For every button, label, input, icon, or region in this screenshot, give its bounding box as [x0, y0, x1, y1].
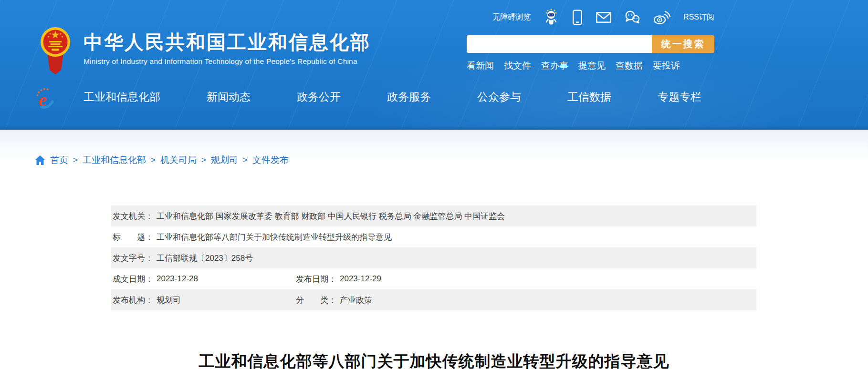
meta-row-publisher-category: 发布机构： 规划司 分 类： 产业政策	[111, 289, 756, 310]
site-header: 无障碍浏览	[0, 0, 868, 130]
quick-link-news[interactable]: 看新闻	[467, 60, 494, 72]
mobile-icon[interactable]	[572, 10, 583, 25]
breadcrumb-miit[interactable]: 工业和信息化部	[83, 154, 146, 166]
meta-value: 2023-12-28	[157, 274, 198, 284]
breadcrumb-home[interactable]: 首页	[50, 154, 68, 166]
search-row: 统一搜索	[467, 35, 714, 53]
nav-item-gov-disclosure[interactable]: 政务公开	[297, 90, 341, 104]
site-subtitle: Ministry of Industry and Information Tec…	[84, 57, 371, 66]
meta-row-issuing-agency: 发文机关： 工业和信息化部 国家发展改革委 教育部 财政部 中国人民银行 税务总…	[111, 205, 756, 226]
meta-cell: 发布日期： 2023-12-29	[296, 274, 381, 285]
breadcrumb-separator: >	[243, 155, 248, 165]
robot-mascot-icon[interactable]	[544, 9, 559, 26]
breadcrumb-departments[interactable]: 机关司局	[160, 154, 197, 166]
breadcrumb: 首页 > 工业和信息化部 > 机关司局 > 规划司 > 文件发布	[35, 154, 289, 166]
breadcrumb-separator: >	[73, 155, 78, 165]
nav-item-special-topics[interactable]: 专题专栏	[658, 90, 701, 104]
meta-value: 2023-12-29	[340, 274, 381, 284]
quick-link-complaint[interactable]: 要投诉	[653, 60, 680, 72]
nav-item-news[interactable]: 新闻动态	[207, 90, 251, 104]
meta-row-title: 标 题： 工业和信息化部等八部门关于加快传统制造业转型升级的指导意见	[111, 226, 756, 247]
meta-label: 成文日期：	[113, 274, 153, 285]
quick-link-feedback[interactable]: 提意见	[578, 60, 606, 72]
meta-row-document-number: 发文字号： 工信部联规〔2023〕258号	[111, 247, 756, 268]
mail-icon[interactable]	[596, 12, 611, 23]
quick-link-data[interactable]: 查数据	[616, 60, 643, 72]
meta-value: 产业政策	[340, 295, 372, 306]
nav-item-miit-data[interactable]: 工信数据	[567, 90, 611, 104]
home-icon[interactable]	[35, 155, 45, 165]
miit-portal-page: 无障碍浏览	[0, 0, 868, 369]
meta-value: 规划司	[157, 295, 181, 306]
meta-cell: 成文日期： 2023-12-28	[113, 274, 296, 285]
meta-cell: 标 题： 工业和信息化部等八部门关于加快传统制造业转型升级的指导意见	[113, 232, 392, 243]
header-bottom-edge	[0, 126, 868, 130]
main-nav: e 工业和信息化部 新闻动态 政务公开 政务服务 公众参与 工信数据 专题专栏	[0, 84, 868, 113]
meta-cell: 发文字号： 工信部联规〔2023〕258号	[113, 253, 253, 264]
nav-items: 工业和信息化部 新闻动态 政务公开 政务服务 公众参与 工信数据 专题专栏	[84, 90, 701, 104]
site-brand: 中华人民共和国工业和信息化部 Ministry of Industry and …	[40, 27, 371, 75]
nav-item-public-participation[interactable]: 公众参与	[477, 90, 521, 104]
search-area: 统一搜索 看新闻 找文件 查办事 提意见 查数据 要投诉	[467, 35, 714, 72]
breadcrumb-document-release[interactable]: 文件发布	[252, 154, 289, 166]
search-input[interactable]	[467, 35, 652, 53]
meta-cell: 分 类： 产业政策	[296, 295, 372, 306]
national-emblem-icon	[40, 27, 71, 75]
article-title: 工业和信息化部等八部门关于加快传统制造业转型升级的指导意见	[0, 351, 868, 369]
nav-item-miit[interactable]: 工业和信息化部	[84, 90, 160, 104]
meta-row-dates: 成文日期： 2023-12-28 发布日期： 2023-12-29	[111, 268, 756, 289]
meta-label: 标 题：	[113, 232, 153, 243]
meta-label: 发文机关：	[113, 211, 153, 222]
wechat-icon[interactable]	[624, 10, 640, 24]
meta-cell: 发文机关： 工业和信息化部 国家发展改革委 教育部 财政部 中国人民银行 税务总…	[113, 211, 505, 222]
weibo-icon[interactable]	[653, 10, 670, 24]
meta-label: 分 类：	[296, 295, 336, 306]
site-title: 中华人民共和国工业和信息化部	[84, 32, 371, 52]
brand-text: 中华人民共和国工业和信息化部 Ministry of Industry and …	[84, 32, 371, 66]
breadcrumb-separator: >	[151, 155, 156, 165]
utility-bar: 无障碍浏览	[492, 9, 714, 26]
rss-link[interactable]: RSS订阅	[683, 12, 714, 22]
breadcrumb-separator: >	[201, 155, 206, 165]
meta-value: 工信部联规〔2023〕258号	[157, 253, 253, 264]
meta-label: 发布机构：	[113, 295, 153, 306]
breadcrumb-planning-dept[interactable]: 规划司	[211, 154, 238, 166]
miit-e-logo-icon[interactable]: e	[34, 87, 56, 110]
meta-label: 发文字号：	[113, 253, 153, 264]
document-meta-table: 发文机关： 工业和信息化部 国家发展改革委 教育部 财政部 中国人民银行 税务总…	[111, 205, 756, 310]
quick-link-documents[interactable]: 找文件	[504, 60, 531, 72]
accessibility-link[interactable]: 无障碍浏览	[492, 12, 531, 22]
meta-value: 工业和信息化部 国家发展改革委 教育部 财政部 中国人民银行 税务总局 金融监管…	[157, 211, 505, 222]
meta-value: 工业和信息化部等八部门关于加快传统制造业转型升级的指导意见	[157, 232, 392, 243]
meta-label: 发布日期：	[296, 274, 336, 285]
quick-links: 看新闻 找文件 查办事 提意见 查数据 要投诉	[467, 60, 714, 72]
quick-link-services[interactable]: 查办事	[541, 60, 568, 72]
meta-cell: 发布机构： 规划司	[113, 295, 296, 306]
nav-item-gov-services[interactable]: 政务服务	[387, 90, 431, 104]
unified-search-button[interactable]: 统一搜索	[652, 35, 714, 53]
